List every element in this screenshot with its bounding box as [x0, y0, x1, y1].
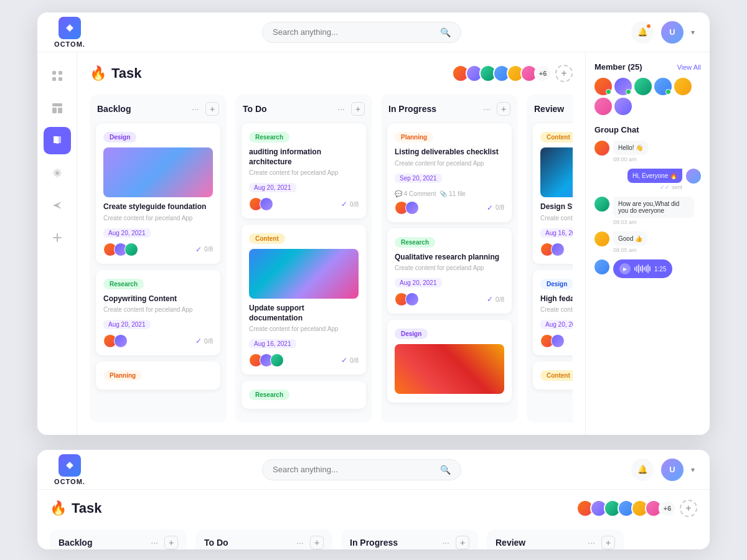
column-add-todo[interactable]: +	[351, 102, 365, 116]
card-subtitle: Create content for peceland App	[103, 306, 213, 313]
card-date: Aug 20, 2021	[395, 278, 442, 287]
column-add-inprogress[interactable]: +	[497, 102, 510, 116]
card-inprogress-3[interactable]: Design	[387, 320, 512, 403]
card-badge: Planning	[395, 132, 433, 142]
secondary-notification-button[interactable]: 🔔	[631, 459, 654, 481]
column-add-backlog[interactable]: +	[205, 102, 219, 116]
card-subtitle: Create content for peceland App	[395, 264, 504, 271]
card-progress: ✓ 0/8	[195, 337, 213, 345]
sec-more-backlog[interactable]: ···	[148, 536, 161, 549]
card-backlog-1[interactable]: Design Create styleguide foundation Crea…	[96, 123, 220, 264]
secondary-header: OCTOM. 🔍 🔔 U ▾	[37, 450, 710, 490]
card-subtitle: Create content for peceland App	[540, 215, 573, 222]
card-review-2[interactable]: Design High fedality UI Desktop Create c…	[533, 270, 573, 356]
svg-rect-7	[58, 108, 62, 113]
sidebar-item-send[interactable]	[44, 192, 71, 219]
search-box[interactable]: 🔍	[262, 22, 461, 43]
member-grid-avatar	[614, 98, 632, 115]
member-grid	[594, 78, 701, 115]
sidebar-item-book[interactable]	[44, 127, 71, 154]
column-more-backlog[interactable]: ···	[189, 103, 202, 115]
chat-message-3: How are you,What did you do everyone 08:…	[594, 197, 701, 225]
column-more-inprogress[interactable]: ···	[481, 103, 493, 115]
chat-time: ✓✓ sent	[660, 184, 682, 190]
chat-time: 08:00 am	[613, 156, 648, 162]
page-title: 🔥 Task	[90, 65, 142, 82]
secondary-col-inprogress: In Progress ··· +	[341, 530, 478, 549]
card-title: High fedality UI Desktop	[540, 294, 573, 304]
card-image	[103, 147, 213, 197]
card-badge: Content	[540, 132, 573, 142]
sidebar-item-settings[interactable]	[44, 159, 71, 187]
chat-message-5-audio: ▶ 1:25	[594, 259, 701, 278]
chat-avatar	[594, 259, 609, 274]
column-backlog: Backlog ··· + Design Create styleguide f…	[90, 95, 227, 422]
sec-add-inprogress[interactable]: +	[456, 536, 469, 549]
add-member-button[interactable]: +	[555, 65, 573, 82]
logo-area: OCTOM.	[52, 17, 87, 48]
card-footer: ✓ 0/8	[103, 243, 213, 256]
card-avatars	[103, 334, 128, 348]
card-title: Qualitative research planning	[395, 253, 504, 263]
card-title: Design System	[540, 202, 573, 212]
card-inprogress-2[interactable]: Research Qualitative research planning C…	[387, 228, 512, 314]
secondary-search-box[interactable]: 🔍	[262, 459, 461, 480]
card-image	[249, 249, 359, 299]
member-grid-avatar	[594, 78, 612, 95]
card-badge: Content	[249, 233, 285, 244]
secondary-column-headers: Backlog ··· + To Do ··· +	[50, 530, 697, 549]
card-badge: Design	[540, 279, 573, 289]
secondary-add-member[interactable]: +	[680, 500, 697, 517]
search-icon: 🔍	[440, 27, 451, 37]
notification-button[interactable]: 🔔	[631, 21, 654, 44]
sec-add-backlog[interactable]: +	[164, 536, 178, 549]
kanban-board: Backlog ··· + Design Create styleguide f…	[90, 95, 573, 422]
svg-rect-5	[52, 103, 62, 106]
view-all-link[interactable]: View All	[677, 63, 701, 71]
secondary-content: 🔥 Task +6 + Backlog	[37, 490, 710, 549]
sidebar-item-add[interactable]	[44, 224, 71, 251]
card-backlog-3[interactable]: Planning	[96, 362, 220, 390]
card-subtitle: Create content for peceland App	[395, 160, 504, 167]
sidebar-item-grid[interactable]	[44, 62, 71, 90]
card-review-1[interactable]: Content Design System Create content for…	[533, 123, 573, 264]
sec-add-todo[interactable]: +	[310, 536, 324, 549]
card-inprogress-1[interactable]: Planning Listing deliverables checklist …	[387, 123, 512, 222]
secondary-chevron[interactable]: ▾	[691, 465, 695, 474]
card-date: Aug 20, 2021	[249, 183, 296, 192]
audio-play-button[interactable]: ▶	[619, 263, 631, 274]
member-section-title: Member (25)	[594, 62, 642, 72]
main-window: OCTOM. 🔍 🔔 U ▾	[37, 12, 710, 435]
card-badge: Design	[395, 329, 428, 339]
chat-message-2: Hi, Everyone 🔥 ✓✓ sent	[594, 169, 701, 190]
card-todo-2[interactable]: Content Update support documentation Cre…	[242, 225, 366, 375]
page-header: 🔥 Task +6 +	[90, 65, 573, 82]
audio-message[interactable]: ▶ 1:25	[613, 259, 672, 278]
card-todo-3[interactable]: Research	[242, 381, 366, 409]
sec-add-review[interactable]: +	[601, 536, 615, 549]
comment-count: 💬 4 Comment	[395, 190, 436, 197]
search-input[interactable]	[273, 27, 435, 37]
column-more-todo[interactable]: ···	[335, 103, 347, 115]
secondary-logo-text: OCTOM.	[54, 478, 85, 485]
secondary-fire-icon: 🔥	[50, 500, 67, 516]
sidebar-item-layout[interactable]	[44, 95, 71, 122]
card-review-3[interactable]: Content	[533, 362, 573, 390]
chat-bubble: Hello! 👋	[613, 141, 648, 155]
user-menu-chevron[interactable]: ▾	[691, 28, 695, 37]
card-progress: ✓ 0/8	[341, 200, 359, 208]
card-avatars	[249, 197, 273, 211]
sec-more-todo[interactable]: ···	[294, 536, 306, 549]
assignee-avatar	[260, 197, 273, 211]
svg-point-0	[68, 26, 72, 30]
user-avatar[interactable]: U	[661, 21, 684, 44]
card-avatars	[540, 243, 565, 256]
card-todo-1[interactable]: Research auditing information architectu…	[242, 123, 366, 218]
sec-more-review[interactable]: ···	[585, 536, 598, 549]
secondary-search-input[interactable]	[273, 465, 435, 474]
logo-text: OCTOM.	[54, 40, 85, 48]
assignee-avatar	[114, 334, 128, 348]
sec-more-inprogress[interactable]: ···	[439, 536, 452, 549]
card-backlog-2[interactable]: Research Copywriting Content Create cont…	[96, 270, 220, 356]
secondary-user-avatar[interactable]: U	[661, 459, 684, 481]
